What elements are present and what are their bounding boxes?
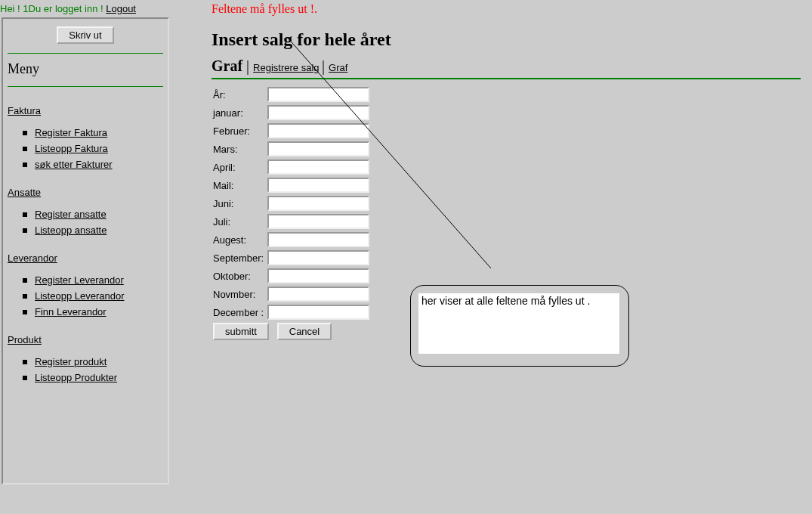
sub-heading: Graf | Registrere salg | Graf bbox=[211, 57, 808, 75]
divider bbox=[211, 78, 801, 79]
bullet-icon bbox=[23, 360, 27, 364]
field-label: Mail: bbox=[211, 176, 266, 194]
annotation-callout: her viser at alle feltene må fylles ut . bbox=[410, 285, 629, 367]
input-mars[interactable] bbox=[267, 141, 369, 156]
bullet-icon bbox=[23, 228, 27, 233]
menu-link[interactable]: Register Leverandor bbox=[35, 274, 124, 286]
field-label: Novmber: bbox=[211, 285, 266, 303]
menu-link[interactable]: Listeopp Leverandor bbox=[35, 290, 125, 302]
input-september[interactable] bbox=[267, 250, 369, 265]
menu-link[interactable]: Register Faktura bbox=[35, 127, 107, 138]
menu-link[interactable]: Listeopp Produkter bbox=[35, 372, 117, 383]
input-novmber[interactable] bbox=[267, 286, 369, 302]
bullet-icon bbox=[23, 163, 27, 167]
cancel-button[interactable]: Cancel bbox=[277, 323, 332, 340]
link-registrere-salg[interactable]: Registrere salg bbox=[253, 62, 319, 73]
menu-item[interactable]: Listeopp Leverandor bbox=[23, 290, 163, 302]
menu-link[interactable]: Register ansatte bbox=[35, 209, 107, 220]
bullet-icon bbox=[23, 147, 27, 151]
menu-title: Meny bbox=[8, 61, 163, 82]
menu-link[interactable]: søk etter Fakturer bbox=[35, 159, 113, 170]
page-title: Insert salg for hele året bbox=[211, 29, 808, 50]
field-label: Juni: bbox=[211, 194, 266, 212]
input-februer[interactable] bbox=[267, 123, 369, 138]
input-januar[interactable] bbox=[267, 105, 369, 120]
menu-item[interactable]: Register Faktura bbox=[23, 127, 163, 138]
bullet-icon bbox=[23, 376, 27, 380]
input-april[interactable] bbox=[267, 159, 369, 175]
menu-link[interactable]: Listeopp Faktura bbox=[35, 143, 108, 154]
input-mail[interactable] bbox=[267, 178, 369, 193]
link-graf[interactable]: Graf bbox=[329, 62, 347, 73]
menu-item[interactable]: Listeopp ansatte bbox=[23, 224, 163, 236]
sidebar: Skriv ut Meny Faktura Register Faktura L… bbox=[3, 19, 168, 435]
subhead-label: Graf bbox=[211, 57, 242, 74]
bullet-icon bbox=[23, 278, 27, 283]
field-label: September: bbox=[211, 249, 266, 267]
bullet-icon bbox=[23, 212, 27, 217]
year-form: År: januar: Februer: Mars: April: Mail: … bbox=[211, 85, 371, 342]
menu-link[interactable]: Register produkt bbox=[35, 356, 107, 367]
input-juni[interactable] bbox=[267, 196, 369, 211]
field-label: Juli: bbox=[211, 212, 266, 231]
input-december[interactable] bbox=[267, 305, 369, 320]
divider bbox=[8, 53, 163, 54]
bullet-icon bbox=[23, 310, 27, 314]
field-label: Augest: bbox=[211, 231, 266, 249]
field-label: Oktober: bbox=[211, 267, 266, 285]
print-button[interactable]: Skriv ut bbox=[57, 26, 113, 44]
menu-item[interactable]: Listeopp Faktura bbox=[23, 143, 163, 154]
input-juli[interactable] bbox=[267, 214, 369, 229]
logged-in-text: Du er logget inn ! bbox=[29, 3, 103, 14]
bullet-icon bbox=[23, 294, 27, 299]
field-label: januar: bbox=[211, 104, 266, 122]
field-label: December : bbox=[211, 303, 266, 321]
section-title-produkt: Produkt bbox=[8, 334, 42, 345]
annotation-text: her viser at alle feltene må fylles ut . bbox=[418, 293, 619, 354]
input-oktober[interactable] bbox=[267, 268, 369, 283]
section-title-faktura: Faktura bbox=[8, 105, 41, 116]
menu-item[interactable]: Listeopp Produkter bbox=[23, 372, 163, 383]
greeting-text: Hei ! 1 bbox=[0, 3, 29, 14]
sidebar-scroll[interactable]: Skriv ut Meny Faktura Register Faktura L… bbox=[2, 17, 169, 485]
logout-link[interactable]: Logout bbox=[106, 3, 136, 14]
menu-item[interactable]: Register ansatte bbox=[23, 209, 163, 220]
section-title-ansatte: Ansatte bbox=[8, 187, 41, 198]
menu-link[interactable]: Listeopp ansatte bbox=[35, 224, 107, 236]
field-label: Mars: bbox=[211, 140, 266, 158]
input-year[interactable] bbox=[267, 87, 369, 102]
menu-item[interactable]: Register produkt bbox=[23, 356, 163, 367]
menu-item[interactable]: søk etter Fakturer bbox=[23, 159, 163, 170]
bullet-icon bbox=[23, 131, 27, 135]
field-label: Februer: bbox=[211, 122, 266, 140]
field-label: År: bbox=[211, 85, 266, 104]
menu-item[interactable]: Finn Leverandor bbox=[23, 306, 163, 317]
menu-link[interactable]: Finn Leverandor bbox=[35, 306, 107, 317]
menu-item[interactable]: Register Leverandor bbox=[23, 274, 163, 286]
submit-button[interactable]: submitt bbox=[213, 323, 269, 340]
input-augest[interactable] bbox=[267, 232, 369, 247]
field-label: April: bbox=[211, 158, 266, 176]
error-message: Feltene må fylles ut !. bbox=[211, 2, 808, 16]
divider bbox=[8, 86, 163, 87]
section-title-leverandor: Leverandor bbox=[8, 252, 57, 264]
